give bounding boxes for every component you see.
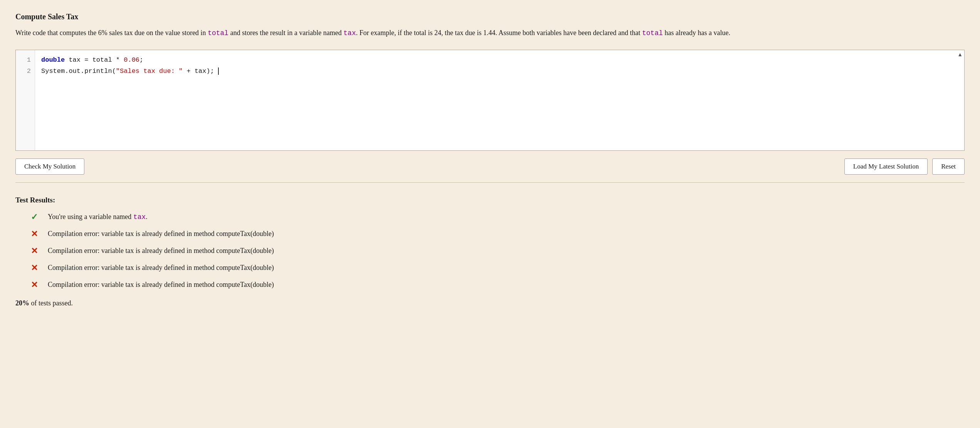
load-solution-button[interactable]: Load My Latest Solution <box>844 158 928 175</box>
test-text-pass: You're using a variable named tax. <box>48 213 148 221</box>
test-text-fail-4: Compilation error: variable tax is alrea… <box>48 281 274 289</box>
desc-var3: total <box>642 29 663 37</box>
test-text-fail-2: Compilation error: variable tax is alrea… <box>48 247 274 255</box>
pass-rate-bold: 20% <box>15 299 29 307</box>
test-item-fail-1: ✕ Compilation error: variable tax is alr… <box>15 229 965 239</box>
test-item-fail-4: ✕ Compilation error: variable tax is alr… <box>15 280 965 290</box>
test-item-pass: ✓ You're using a variable named tax. <box>15 212 965 222</box>
check-icon: ✓ <box>31 212 40 222</box>
code-editor[interactable]: 1 2 double tax = total * 0.06; System.ou… <box>15 50 965 151</box>
test-item-fail-3: ✕ Compilation error: variable tax is alr… <box>15 263 965 273</box>
desc-var1: total <box>208 29 228 37</box>
line-number-2: 2 <box>20 66 31 77</box>
x-icon-3: ✕ <box>31 263 40 273</box>
problem-description: Write code that computes the 6% sales ta… <box>15 27 955 39</box>
x-icon-4: ✕ <box>31 280 40 290</box>
pass-rate: 20% of tests passed. <box>15 299 965 307</box>
test-text-fail-1: Compilation error: variable tax is alrea… <box>48 230 274 238</box>
check-solution-button[interactable]: Check My Solution <box>15 158 84 175</box>
scroll-indicator: ▲ <box>957 52 963 58</box>
x-icon-2: ✕ <box>31 246 40 256</box>
test-item-fail-2: ✕ Compilation error: variable tax is alr… <box>15 246 965 256</box>
test-pass-code: tax <box>133 213 146 221</box>
action-bar: Check My Solution Load My Latest Solutio… <box>15 158 965 183</box>
reset-button[interactable]: Reset <box>932 158 965 175</box>
line-numbers: 1 2 <box>16 50 35 150</box>
test-text-fail-3: Compilation error: variable tax is alrea… <box>48 264 274 272</box>
test-results-section: Test Results: ✓ You're using a variable … <box>15 192 965 311</box>
code-content[interactable]: double tax = total * 0.06; System.out.pr… <box>35 50 964 150</box>
left-buttons: Check My Solution <box>15 158 84 175</box>
right-buttons: Load My Latest Solution Reset <box>844 158 965 175</box>
desc-part3: . For example, if the total is 24, the t… <box>356 29 642 37</box>
desc-part1: Write code that computes the 6% sales ta… <box>15 29 208 37</box>
x-icon-1: ✕ <box>31 229 40 239</box>
pass-rate-text: of tests passed. <box>29 299 73 307</box>
line-number-1: 1 <box>20 55 31 66</box>
page-title: Compute Sales Tax <box>15 12 965 21</box>
test-pass-after: . <box>146 213 148 221</box>
test-results-title: Test Results: <box>15 196 965 204</box>
desc-var2: tax <box>344 29 356 37</box>
test-pass-before: You're using a variable named <box>48 213 133 221</box>
desc-part2: and stores the result in a variable name… <box>228 29 343 37</box>
desc-part4: has already has a value. <box>663 29 730 37</box>
